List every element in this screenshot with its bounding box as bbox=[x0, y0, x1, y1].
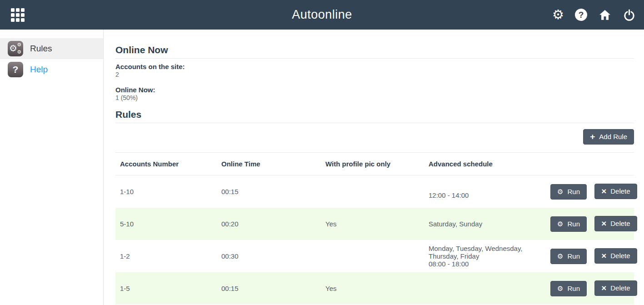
delete-cross-icon: × bbox=[601, 220, 606, 227]
home-icon[interactable] bbox=[598, 7, 612, 23]
run-gear-icon: ⚙ bbox=[557, 221, 563, 227]
stat-online-now: Online Now: 1 (50%) bbox=[115, 86, 634, 102]
stat-value: 1 (50%) bbox=[115, 94, 634, 102]
delete-button[interactable]: × Delete bbox=[594, 184, 637, 199]
stat-label: Online Now: bbox=[115, 86, 634, 94]
online-now-heading: Online Now bbox=[115, 45, 634, 59]
cell-accounts: 1-10 bbox=[115, 175, 217, 208]
run-button-label: Run bbox=[567, 252, 580, 260]
app-header: Autoonline ⚙ ? bbox=[0, 0, 644, 30]
delete-button-label: Delete bbox=[610, 252, 630, 260]
run-gear-icon: ⚙ bbox=[557, 253, 563, 260]
table-header-row: Accounts Number Online Time With profile… bbox=[115, 153, 634, 175]
rules-table-body: 1-10 00:15 12:00 - 14:00 ⚙ Run × Delete … bbox=[115, 175, 634, 305]
sidebar-item-label: Rules bbox=[30, 44, 52, 54]
table-row: 1-10 00:15 12:00 - 14:00 ⚙ Run × Delete bbox=[115, 175, 634, 208]
cell-accounts: 5-10 bbox=[115, 208, 217, 240]
cell-accounts: 1-2 bbox=[115, 240, 217, 272]
delete-cross-icon: × bbox=[601, 253, 606, 259]
rules-toolbar: + Add Rule bbox=[115, 123, 634, 153]
cell-profile-pic bbox=[321, 240, 424, 272]
run-button-label: Run bbox=[567, 285, 580, 293]
schedule-days: Saturday, Sunday bbox=[429, 220, 535, 228]
apps-grid-icon[interactable] bbox=[11, 8, 25, 22]
schedule-hours: 12:00 - 14:00 bbox=[429, 191, 535, 199]
cell-schedule: 12:00 - 14:00 bbox=[424, 175, 540, 208]
power-glyph bbox=[623, 8, 636, 21]
col-advanced-schedule: Advanced schedule bbox=[424, 153, 540, 175]
cell-actions: ⚙ Run × Delete bbox=[540, 208, 634, 240]
app-title: Autoonline bbox=[292, 8, 352, 22]
cell-actions: ⚙ Run × Delete bbox=[540, 175, 634, 208]
run-button[interactable]: ⚙ Run bbox=[550, 249, 587, 264]
run-gear-icon: ⚙ bbox=[557, 189, 563, 195]
col-actions bbox=[540, 153, 634, 175]
cell-schedule bbox=[424, 272, 540, 305]
run-button[interactable]: ⚙ Run bbox=[550, 216, 587, 232]
run-button[interactable]: ⚙ Run bbox=[550, 184, 587, 200]
cell-schedule: Monday, Tuesday, Wednesday, Thursday, Fr… bbox=[424, 240, 540, 272]
run-button[interactable]: ⚙ Run bbox=[550, 281, 587, 296]
stat-accounts: Accounts on the site: 2 bbox=[115, 63, 634, 79]
delete-button-label: Delete bbox=[610, 284, 630, 292]
question-glyph: ? bbox=[575, 9, 587, 21]
cell-profile-pic: Yes bbox=[321, 272, 424, 305]
schedule-days bbox=[429, 184, 535, 191]
col-accounts-number: Accounts Number bbox=[115, 153, 217, 175]
delete-button-label: Delete bbox=[610, 187, 630, 195]
settings-gear-icon[interactable]: ⚙ bbox=[552, 7, 564, 23]
cell-accounts: 1-5 bbox=[115, 272, 217, 305]
sidebar-item-help[interactable]: ? Help bbox=[0, 59, 103, 80]
run-gear-icon: ⚙ bbox=[557, 285, 563, 292]
question-icon: ? bbox=[8, 62, 23, 77]
delete-cross-icon: × bbox=[601, 285, 606, 291]
add-rule-label: Add Rule bbox=[599, 133, 627, 141]
main-content: Online Now Accounts on the site: 2 Onlin… bbox=[104, 30, 644, 305]
delete-button[interactable]: × Delete bbox=[594, 280, 637, 296]
rules-heading: Rules bbox=[115, 109, 634, 123]
rules-table: Accounts Number Online Time With profile… bbox=[115, 153, 634, 305]
cell-profile-pic: Yes bbox=[321, 208, 424, 240]
gears-icon: ⚙ ⚙ ⚙ bbox=[8, 41, 23, 56]
delete-button[interactable]: × Delete bbox=[594, 248, 637, 264]
run-button-label: Run bbox=[567, 188, 580, 196]
help-icon[interactable]: ? bbox=[575, 7, 587, 23]
gear-glyph: ⚙ bbox=[552, 8, 564, 21]
col-with-profile-pic: With profile pic only bbox=[321, 153, 424, 175]
sidebar-item-label: Help bbox=[30, 65, 48, 75]
cell-actions: ⚙ Run × Delete bbox=[540, 272, 634, 305]
cell-online-time: 00:15 bbox=[217, 272, 321, 305]
delete-button-label: Delete bbox=[610, 220, 630, 228]
add-rule-button[interactable]: + Add Rule bbox=[583, 129, 634, 145]
sidebar: ⚙ ⚙ ⚙ Rules ? Help bbox=[0, 30, 104, 305]
sidebar-item-rules[interactable]: ⚙ ⚙ ⚙ Rules bbox=[0, 38, 103, 59]
cell-schedule: Saturday, Sunday bbox=[424, 208, 540, 240]
plus-icon: + bbox=[590, 134, 595, 140]
home-glyph bbox=[598, 8, 612, 22]
col-online-time: Online Time bbox=[217, 153, 321, 175]
table-row: 1-2 00:30 Monday, Tuesday, Wednesday, Th… bbox=[115, 240, 634, 272]
sidebar-menu: ⚙ ⚙ ⚙ Rules ? Help bbox=[0, 38, 103, 80]
cell-actions: ⚙ Run × Delete bbox=[540, 240, 634, 272]
run-button-label: Run bbox=[567, 220, 580, 228]
cell-online-time: 00:20 bbox=[217, 208, 321, 240]
cell-online-time: 00:15 bbox=[217, 175, 321, 208]
table-row: 1-5 00:15 Yes ⚙ Run × Delete bbox=[115, 272, 634, 305]
schedule-hours: 08:00 - 18:00 bbox=[429, 260, 535, 268]
stat-value: 2 bbox=[115, 71, 634, 79]
cell-profile-pic bbox=[321, 175, 424, 208]
table-row: 5-10 00:20 Yes Saturday, Sunday ⚙ Run × … bbox=[115, 208, 634, 240]
schedule-days: Monday, Tuesday, Wednesday, Thursday, Fr… bbox=[429, 245, 535, 260]
delete-cross-icon: × bbox=[601, 188, 606, 195]
online-now-stats: Accounts on the site: 2 Online Now: 1 (5… bbox=[115, 63, 634, 102]
delete-button[interactable]: × Delete bbox=[594, 216, 637, 231]
header-actions: ⚙ ? bbox=[552, 7, 636, 23]
cell-online-time: 00:30 bbox=[217, 240, 321, 272]
power-icon[interactable] bbox=[623, 7, 636, 23]
stat-label: Accounts on the site: bbox=[115, 63, 634, 71]
